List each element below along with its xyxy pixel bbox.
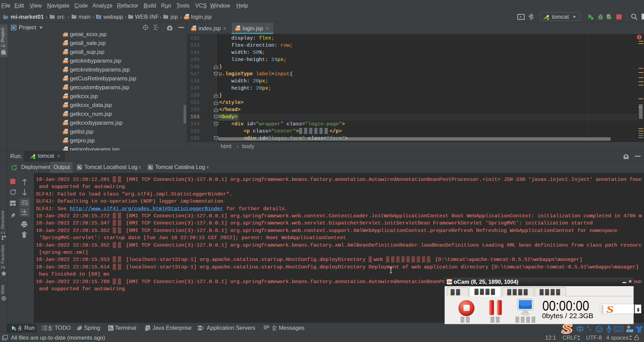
svg-text:17: 17 [630,329,633,332]
